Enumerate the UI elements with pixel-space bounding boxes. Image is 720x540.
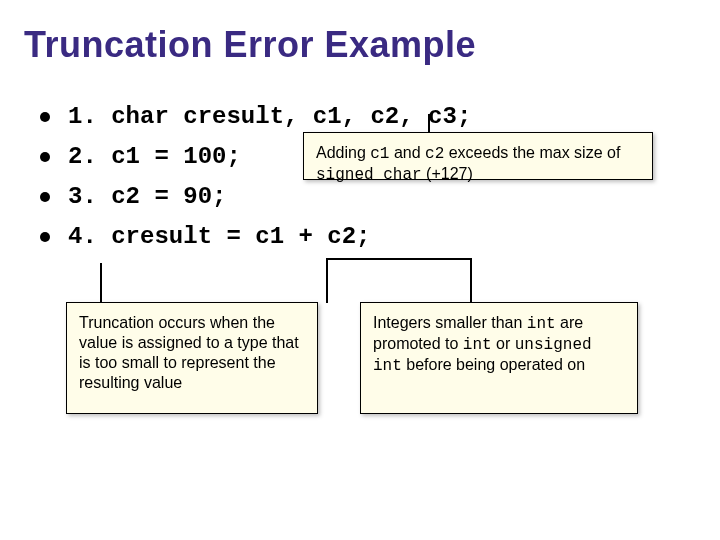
callout-text: exceeds the max size of	[444, 144, 620, 161]
callout-text: before being operated on	[402, 356, 585, 373]
code-inline: c1	[370, 145, 389, 163]
callout-text: Adding	[316, 144, 370, 161]
code-text: char cresult, c1, c2, c3;	[111, 100, 471, 134]
code-text: c2 = 90;	[111, 180, 226, 214]
bullet-icon	[40, 152, 50, 162]
callout-truncation: Truncation occurs when the value is assi…	[66, 302, 318, 414]
list-item: 1. char cresult, c1, c2, c3;	[40, 100, 680, 134]
code-text: c1 = 100;	[111, 140, 241, 174]
line-number: 1.	[68, 100, 111, 134]
line-number: 3.	[68, 180, 111, 214]
slide: Truncation Error Example 1. char cresult…	[0, 0, 720, 540]
code-inline: c2	[425, 145, 444, 163]
callout-connector	[100, 263, 102, 303]
list-item: 4. cresult = c1 + c2;	[40, 220, 680, 254]
bullet-icon	[40, 232, 50, 242]
list-item: 3. c2 = 90;	[40, 180, 680, 214]
bullet-icon	[40, 192, 50, 202]
code-inline: signed char	[316, 166, 422, 184]
bullet-icon	[40, 112, 50, 122]
callout-text: and	[389, 144, 425, 161]
callout-connector	[470, 258, 472, 303]
callout-text: Integers smaller than	[373, 314, 527, 331]
callout-text: (+127)	[422, 165, 473, 182]
callout-connector	[326, 258, 472, 260]
callout-overflow: Adding c1 and c2 exceeds the max size of…	[303, 132, 653, 180]
callout-text: Truncation occurs when the value is assi…	[79, 314, 299, 391]
callout-text: or	[492, 335, 515, 352]
code-inline: int	[527, 315, 556, 333]
callout-connector	[428, 114, 430, 132]
line-number: 4.	[68, 220, 111, 254]
callout-connector	[326, 258, 328, 303]
line-number: 2.	[68, 140, 111, 174]
code-inline: int	[463, 336, 492, 354]
callout-promotion: Integers smaller than int are promoted t…	[360, 302, 638, 414]
slide-title: Truncation Error Example	[24, 24, 476, 66]
code-text: cresult = c1 + c2;	[111, 220, 370, 254]
